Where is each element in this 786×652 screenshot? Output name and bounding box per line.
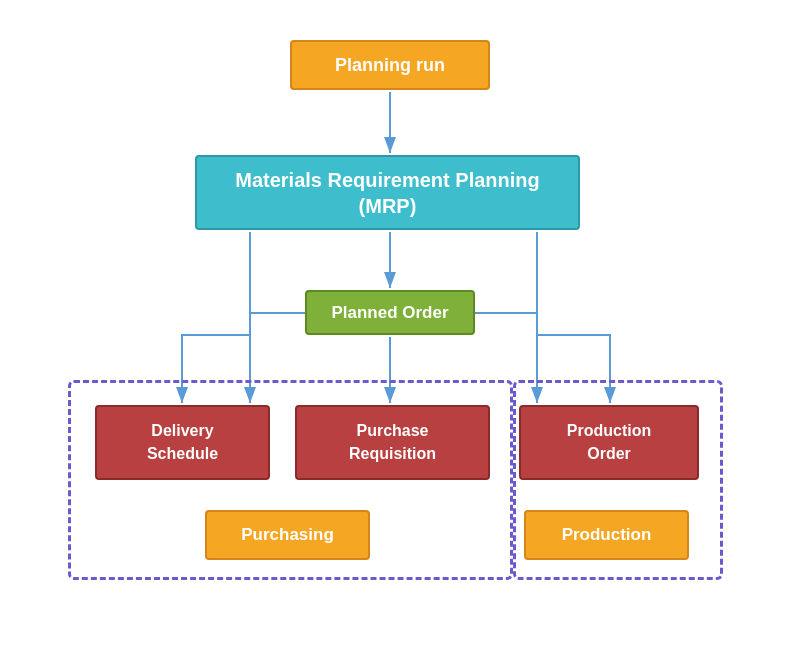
production-order-label-line1: Production [567,422,651,439]
planned-order-box: Planned Order [305,290,475,335]
delivery-schedule-box: Delivery Schedule [95,405,270,480]
mrp-label-line1: Materials Requirement Planning [235,169,540,191]
production-order-box: Production Order [519,405,699,480]
planning-run-label: Planning run [335,55,445,76]
purchasing-label: Purchasing [241,525,334,545]
diagram: Planning run Materials Requirement Plann… [0,0,786,652]
delivery-schedule-label-line1: Delivery [151,422,213,439]
production-order-label-line2: Order [587,445,631,462]
purchase-req-label-line1: Purchase [356,422,428,439]
production-label: Production [562,525,652,545]
planned-order-label: Planned Order [331,303,448,323]
production-label-box: Production [524,510,689,560]
purchase-req-label-line2: Requisition [349,445,436,462]
purchase-requisition-box: Purchase Requisition [295,405,490,480]
mrp-label-line2: (MRP) [359,195,417,217]
delivery-schedule-label-line2: Schedule [147,445,218,462]
purchasing-label-box: Purchasing [205,510,370,560]
planning-run-box: Planning run [290,40,490,90]
mrp-box: Materials Requirement Planning (MRP) [195,155,580,230]
